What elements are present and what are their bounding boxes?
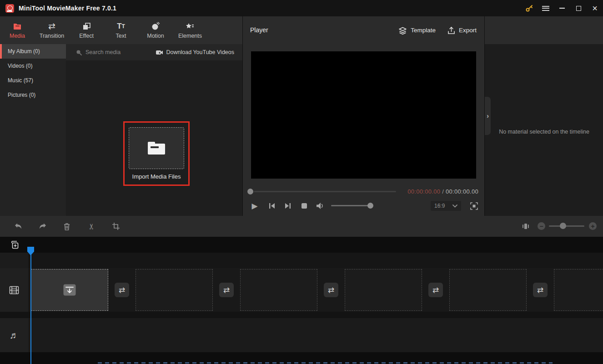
delete-button[interactable] — [62, 222, 71, 231]
add-track-button[interactable] — [9, 239, 20, 250]
add-track-icon — [10, 240, 19, 249]
minus-icon: − — [539, 223, 543, 229]
timeline-clip-placeholder[interactable] — [136, 269, 213, 311]
player-header: Player Template Export — [243, 16, 485, 44]
timeline-clip-placeholder[interactable] — [240, 269, 317, 311]
maximize-button[interactable] — [570, 0, 587, 16]
redo-button[interactable] — [38, 222, 47, 231]
template-label: Template — [411, 27, 436, 34]
close-button[interactable]: × — [587, 0, 603, 16]
sidebar-item-videos[interactable]: Videos (0) — [0, 59, 66, 73]
undo-button[interactable] — [14, 222, 23, 231]
scissors-icon: ✂ — [87, 223, 96, 229]
search-input[interactable] — [85, 49, 154, 55]
download-youtube-button[interactable]: Download YouTube Videos — [156, 44, 234, 60]
chevron-right-icon: › — [487, 112, 489, 120]
player-panel: Player Template Export — [242, 16, 484, 216]
previous-frame-button[interactable] — [266, 199, 277, 213]
progress-handle[interactable] — [247, 189, 253, 194]
fullscreen-button[interactable] — [468, 199, 479, 213]
fullscreen-icon — [470, 202, 478, 210]
sidebar-item-label: Videos (0) — [8, 63, 32, 69]
effect-icon — [82, 22, 91, 31]
sidebar-item-pictures[interactable]: Pictures (0) — [0, 88, 66, 102]
zoom-out-button[interactable]: − — [538, 222, 545, 230]
film-icon — [9, 286, 19, 294]
timeline: ⇄⇄⇄⇄⇄ ♬ — [0, 237, 603, 364]
time-display: 00:00:00.00 / 00:00:00.00 — [407, 188, 478, 195]
volume-slider-track[interactable] — [331, 205, 373, 206]
aspect-ratio-select[interactable]: 16:9 — [431, 201, 461, 211]
plus-icon: + — [591, 223, 594, 229]
play-button[interactable]: ▶ — [249, 199, 260, 213]
timeline-gap-row — [0, 253, 603, 268]
properties-panel: › No material selected on the timeline — [484, 16, 603, 216]
timeline-clip-placeholder[interactable] — [554, 269, 603, 311]
redo-icon — [38, 222, 47, 230]
tab-label: Effect — [79, 33, 94, 39]
tab-transition[interactable]: ⇄ Transition — [35, 16, 69, 44]
sidebar-item-music[interactable]: Music (57) — [0, 73, 66, 88]
transition-placeholder[interactable]: ⇄ — [219, 283, 234, 297]
crop-button[interactable] — [111, 222, 121, 231]
split-button[interactable]: ✂ — [87, 222, 96, 231]
player-title: Player — [250, 26, 268, 34]
template-button[interactable]: Template — [398, 26, 436, 35]
minimize-button[interactable] — [554, 0, 570, 16]
total-time: 00:00:00.00 — [446, 188, 478, 195]
export-button[interactable]: Export — [447, 26, 477, 35]
video-track-clips: ⇄⇄⇄⇄⇄ — [31, 269, 603, 311]
timeline-clip-placeholder[interactable] — [345, 269, 422, 311]
next-frame-button[interactable] — [282, 199, 293, 213]
library-sidebar: My Album (0) Videos (0) Music (57) Pictu… — [0, 44, 66, 216]
transition-placeholder[interactable]: ⇄ — [428, 283, 443, 297]
search-bar: Download YouTube Videos — [66, 44, 242, 60]
chevron-down-icon — [452, 204, 457, 208]
import-media-button[interactable] — [129, 127, 184, 169]
tab-effect[interactable]: Effect — [69, 16, 104, 44]
transition-placeholder[interactable]: ⇄ — [115, 283, 129, 297]
volume-slider-handle[interactable] — [367, 203, 373, 209]
motion-icon — [151, 22, 160, 31]
menu-button[interactable] — [538, 0, 554, 16]
timeline-zoom-slider-handle[interactable] — [560, 223, 566, 229]
sidebar-item-label: My Album (0) — [8, 48, 40, 55]
timeline-clip-placeholder[interactable] — [449, 269, 527, 311]
video-preview[interactable] — [251, 51, 476, 179]
next-frame-icon — [284, 202, 291, 209]
tab-motion[interactable]: Motion — [138, 16, 173, 44]
audio-track: ♬ — [0, 318, 603, 352]
zoom-in-button[interactable]: + — [589, 222, 597, 230]
trash-icon — [63, 222, 71, 231]
tab-media[interactable]: Media — [0, 16, 35, 44]
zoom-to-fit-button[interactable] — [521, 222, 530, 231]
volume-icon — [316, 202, 324, 209]
app-title: MiniTool MovieMaker Free 7.0.1 — [19, 5, 116, 12]
tab-label: Elements — [178, 33, 202, 39]
video-track: ⇄⇄⇄⇄⇄ — [0, 268, 603, 312]
hamburger-icon — [542, 5, 549, 12]
tab-text[interactable]: TT Text — [104, 16, 138, 44]
sidebar-item-my-album[interactable]: My Album (0) — [0, 44, 66, 59]
app-window: MiniTool MovieMaker Free 7.0.1 × — [0, 0, 603, 364]
progress-track[interactable] — [254, 191, 396, 192]
download-video-icon — [156, 50, 163, 55]
volume-button[interactable] — [315, 199, 326, 213]
sidebar-item-label: Music (57) — [8, 77, 33, 84]
transition-placeholder[interactable]: ⇄ — [324, 283, 338, 297]
timeline-zoom-slider-track[interactable] — [549, 225, 584, 227]
properties-panel-header — [485, 16, 603, 44]
timeline-toolbar: ✂ − + — [0, 216, 603, 237]
tab-label: Media — [10, 33, 25, 39]
timeline-ruler[interactable] — [0, 237, 603, 253]
aspect-ratio-value: 16:9 — [434, 203, 452, 209]
tab-elements[interactable]: Elements — [173, 16, 207, 44]
tab-label: Text — [116, 33, 126, 39]
timeline-clip-import[interactable] — [31, 269, 108, 311]
import-media-label: Import Media Files — [132, 173, 181, 180]
transition-placeholder[interactable]: ⇄ — [533, 283, 548, 297]
app-logo-icon — [5, 4, 14, 13]
stop-button[interactable] — [299, 199, 310, 213]
tab-label: Motion — [147, 33, 164, 39]
register-key-button[interactable] — [521, 0, 538, 16]
